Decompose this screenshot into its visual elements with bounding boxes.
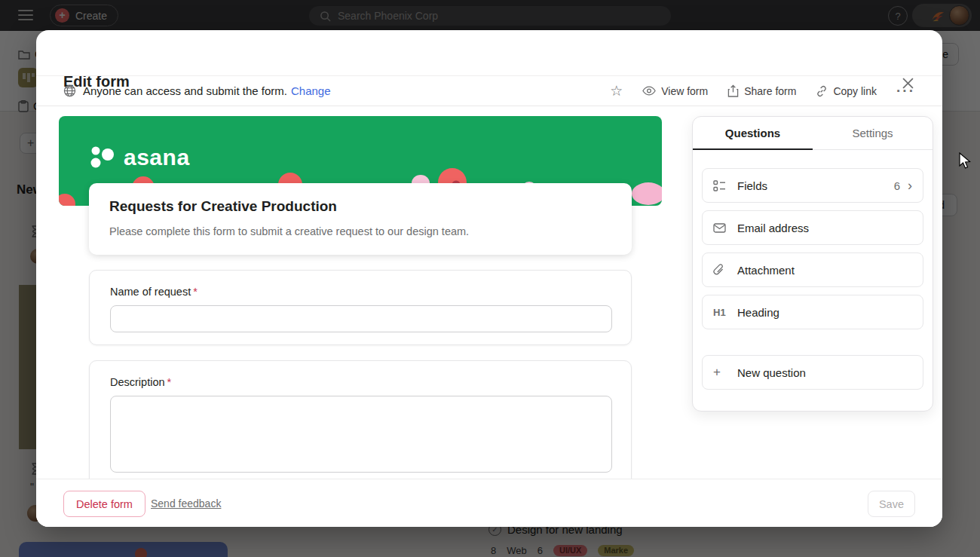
form-title: Requests for Creative Production <box>109 198 337 215</box>
plus-icon: + <box>713 365 728 380</box>
sidebar-item-email-address[interactable]: Email address <box>702 210 923 245</box>
sidebar-item-label: Email address <box>737 222 809 234</box>
copy-link-button[interactable]: Copy link <box>816 85 877 97</box>
form-builder-sidebar: Questions Settings Fields 6 › <box>692 116 933 412</box>
sidebar-tabs: Questions Settings <box>693 117 933 150</box>
share-icon <box>727 84 739 97</box>
tab-questions[interactable]: Questions <box>693 117 813 149</box>
form-description: Please complete this form to submit a cr… <box>109 225 469 237</box>
app-root: + Create Search Phoenix Corp ? C O + New… <box>0 0 980 557</box>
form-title-card[interactable]: Requests for Creative Production Please … <box>89 183 632 255</box>
fields-count: 6 <box>894 179 900 192</box>
question-card-name[interactable]: Name of request* <box>89 270 632 345</box>
required-asterisk: * <box>167 376 172 388</box>
required-asterisk: * <box>193 286 198 298</box>
delete-form-button[interactable]: Delete form <box>63 491 145 517</box>
mouse-cursor <box>959 152 971 170</box>
sidebar-item-list: Fields 6 › Email address A <box>693 150 933 390</box>
name-of-request-input[interactable] <box>110 305 612 332</box>
save-button[interactable]: Save <box>868 491 915 517</box>
tab-settings[interactable]: Settings <box>813 117 933 149</box>
edit-form-modal: Edit form Anyone can access and submit t… <box>36 30 942 527</box>
fields-icon <box>713 180 728 191</box>
new-question-label: New question <box>737 366 806 379</box>
copy-link-label: Copy link <box>833 85 877 97</box>
globe-icon <box>63 84 76 97</box>
new-question-button[interactable]: + New question <box>702 355 923 390</box>
modal-header: Edit form <box>36 30 942 75</box>
form-preview-area: asana <box>36 106 942 479</box>
change-access-link[interactable]: Change <box>291 84 331 97</box>
sidebar-item-heading[interactable]: H1 Heading <box>702 295 923 329</box>
sidebar-item-fields[interactable]: Fields 6 › <box>702 168 923 203</box>
share-form-button[interactable]: Share form <box>727 84 796 97</box>
access-message: Anyone can access and submit the form. <box>83 84 287 97</box>
attachment-icon <box>713 264 728 276</box>
favorite-star-icon[interactable]: ☆ <box>610 84 623 98</box>
sidebar-item-attachment[interactable]: Attachment <box>702 252 923 287</box>
modal-footer: Delete form Send feedback Save <box>36 479 942 527</box>
chevron-right-icon: › <box>908 179 912 192</box>
view-form-button[interactable]: View form <box>642 85 708 97</box>
access-banner: Anyone can access and submit the form. C… <box>36 75 942 106</box>
heading-icon: H1 <box>713 307 728 318</box>
sidebar-item-label: Attachment <box>737 264 795 277</box>
link-icon <box>816 85 828 97</box>
send-feedback-link[interactable]: Send feedback <box>151 497 221 510</box>
email-icon <box>713 223 728 233</box>
question-card-description[interactable]: Description* <box>89 360 632 479</box>
question-label: Description* <box>110 376 171 388</box>
sidebar-item-label: Heading <box>737 306 779 319</box>
eye-icon <box>642 86 656 96</box>
more-options-icon[interactable]: ··· <box>896 84 915 98</box>
question-label: Name of request* <box>110 286 198 298</box>
view-form-label: View form <box>661 85 708 97</box>
sidebar-item-label: Fields <box>737 179 767 192</box>
description-textarea[interactable] <box>110 396 612 473</box>
form-actions: ☆ View form Share form Copy link ··· <box>610 84 915 98</box>
share-form-label: Share form <box>744 85 796 97</box>
